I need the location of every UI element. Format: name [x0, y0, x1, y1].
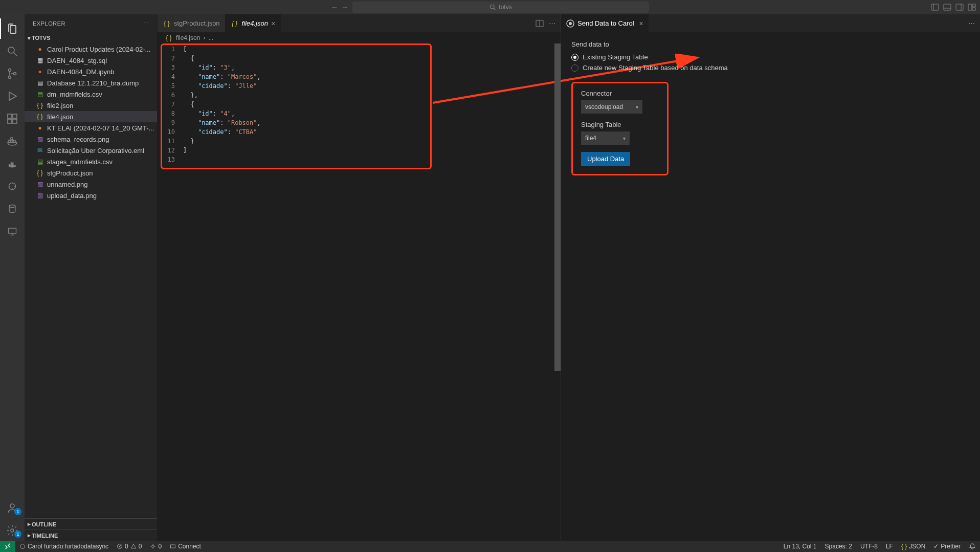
csv-icon: ▤	[36, 91, 44, 98]
activity-docker-alt[interactable]	[0, 153, 25, 174]
status-spaces[interactable]: Spaces: 2	[821, 543, 856, 550]
explorer-more-icon[interactable]: ⋯	[143, 20, 149, 27]
status-problems[interactable]: 0 0	[113, 543, 146, 550]
warnings-count: 0	[139, 543, 142, 550]
status-bell[interactable]	[965, 543, 980, 550]
tab-file4[interactable]: { } file4.json ×	[226, 14, 281, 32]
activity-source-control[interactable]	[0, 63, 25, 84]
close-icon[interactable]: ×	[639, 19, 643, 28]
scrollbar-thumb[interactable]	[554, 43, 561, 371]
file-item[interactable]: ▧unnamed.png	[25, 179, 157, 190]
tabs-row: { } stgProduct.json { } file4.json × ⋯	[158, 14, 561, 32]
activity-docker[interactable]	[0, 131, 25, 151]
svg-line-1	[494, 8, 496, 10]
file-item[interactable]: { }file2.json	[25, 100, 157, 111]
code-line: "name": "Marcos",	[183, 72, 561, 81]
folder-name: TOTVS	[32, 35, 50, 41]
status-connect[interactable]: Connect	[166, 543, 205, 550]
code-line: }	[183, 137, 561, 146]
file-item[interactable]: ●DAEN-4084_DM.ipynb	[25, 66, 157, 77]
editor-scrollbar[interactable]	[554, 43, 561, 541]
radio-label: Existing Staging Table	[583, 53, 648, 61]
layout-sidebar-left-icon[interactable]	[931, 3, 939, 11]
file-name: stgProduct.json	[47, 169, 93, 177]
svg-point-14	[9, 76, 11, 79]
timeline-section[interactable]: ▸ TIMELINE	[25, 529, 157, 541]
activity-explorer[interactable]	[0, 18, 25, 39]
status-ports[interactable]: 0	[146, 543, 166, 550]
command-center[interactable]: totvs	[352, 2, 649, 13]
file-item[interactable]: ▧schema_records.png	[25, 134, 157, 145]
file-item[interactable]: ▤Database 12.1.2210_bra.dump	[25, 77, 157, 89]
annotation-box-form: Connector vscodeupload ▾ Staging Table f…	[571, 82, 669, 175]
search-icon	[489, 4, 496, 10]
close-icon[interactable]: ×	[271, 19, 275, 28]
status-formatter[interactable]: ✓Prettier	[929, 543, 965, 550]
status-language[interactable]: { } JSON	[897, 543, 929, 550]
activity-circle-icon[interactable]	[0, 176, 25, 196]
panel-tab-send-data[interactable]: Send Data to Carol ×	[561, 14, 649, 32]
code-line: [	[183, 45, 561, 54]
file-item[interactable]: ▤stages_mdmfields.csv	[25, 156, 157, 167]
svg-point-11	[8, 47, 14, 53]
upload-data-button[interactable]: Upload Data	[581, 152, 630, 166]
tab-stgproduct[interactable]: { } stgProduct.json	[158, 14, 226, 32]
activity-search[interactable]	[0, 41, 25, 61]
svg-rect-20	[13, 119, 17, 123]
more-actions-icon[interactable]: ⋯	[968, 19, 975, 27]
connector-dropdown[interactable]: vscodeupload ▾	[581, 100, 642, 114]
file-item[interactable]: ●Carol Product Updates (2024-02-...	[25, 43, 157, 55]
file-item[interactable]: ▦DAEN_4084_stg.sql	[25, 55, 157, 66]
folder-header[interactable]: ▾ TOTVS	[25, 32, 157, 43]
breadcrumb-rest: ...	[208, 34, 213, 41]
status-profile[interactable]: Carol furtado:furtadodatasync	[15, 543, 113, 550]
tab-label: file4.json	[242, 19, 268, 27]
code-area[interactable]: [ { "id": "3", "name": "Marcos", "cidade…	[183, 43, 561, 541]
svg-rect-6	[956, 4, 963, 10]
file-item[interactable]: ●KT ELAI (2024-02-07 14_20 GMT-...	[25, 122, 157, 134]
split-editor-icon[interactable]	[536, 19, 544, 28]
json-icon: { }	[163, 20, 171, 27]
activity-accounts[interactable]: 1	[0, 498, 25, 518]
status-encoding[interactable]: UTF-8	[856, 543, 882, 550]
editor-content[interactable]: 12345678910111213 [ { "id": "3", "name":…	[158, 43, 561, 541]
file-item[interactable]: { }stgProduct.json	[25, 167, 157, 179]
file-name: KT ELAI (2024-02-07 14_20 GMT-...	[47, 124, 154, 132]
breadcrumb[interactable]: { } file4.json › ...	[158, 32, 561, 43]
radio-label: Create new Staging Table based on data s…	[583, 64, 728, 72]
remote-indicator[interactable]	[0, 541, 15, 552]
outline-label: OUTLINE	[32, 521, 56, 527]
layout-panel-icon[interactable]	[943, 3, 951, 11]
file-item[interactable]: ▤dm_mdmfields.csv	[25, 89, 157, 100]
layout-sidebar-right-icon[interactable]	[955, 3, 964, 11]
activity-settings[interactable]: 1	[0, 520, 25, 541]
activity-extensions[interactable]	[0, 108, 25, 129]
file-item[interactable]: ✉Solicitação Uber Corporativo.eml	[25, 145, 157, 156]
carol-icon	[566, 19, 574, 28]
staging-dropdown[interactable]: file4 ▾	[581, 131, 630, 145]
nav-back-icon[interactable]: ←	[331, 3, 338, 11]
chevron-down-icon: ▾	[28, 35, 31, 41]
outline-section[interactable]: ▸ OUTLINE	[25, 518, 157, 529]
right-panel: Send Data to Carol × ⋯ Send data to Exis…	[561, 14, 980, 541]
csv-icon: ▤	[36, 158, 44, 165]
svg-point-31	[11, 529, 14, 532]
more-actions-icon[interactable]: ⋯	[549, 19, 555, 27]
status-eol[interactable]: LF	[882, 543, 897, 550]
radio-existing-staging[interactable]: Existing Staging Table	[571, 53, 970, 61]
file-name: unnamed.png	[47, 181, 88, 188]
json-icon: { }	[231, 20, 239, 27]
activity-run-debug[interactable]	[0, 86, 25, 106]
activity-database[interactable]	[0, 198, 25, 219]
code-line: "cidade": "Jlle"	[183, 81, 561, 91]
file-name: schema_records.png	[47, 136, 109, 143]
file-name: stages_mdmfields.csv	[47, 158, 113, 166]
file-item[interactable]: { }file4.json	[25, 111, 157, 122]
radio-create-staging[interactable]: Create new Staging Table based on data s…	[571, 64, 970, 72]
activity-remote[interactable]	[0, 221, 25, 241]
status-cursor[interactable]: Ln 13, Col 1	[779, 543, 821, 550]
file-item[interactable]: ▧upload_data.png	[25, 190, 157, 201]
json-icon: { }	[36, 102, 44, 109]
customize-layout-icon[interactable]	[968, 3, 976, 11]
nav-forward-icon[interactable]: →	[341, 3, 348, 11]
